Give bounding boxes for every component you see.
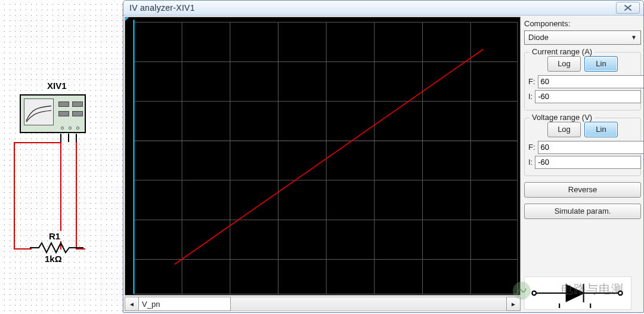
axis-variable-label: V_pn — [142, 300, 160, 309]
iv-analyzer-component[interactable] — [20, 94, 86, 133]
iv-plot-canvas — [125, 17, 520, 295]
reverse-button[interactable]: Reverse — [524, 182, 641, 198]
nav-next-button[interactable]: ► — [506, 297, 521, 311]
components-label: Components: — [524, 19, 641, 28]
window-title: IV analyzer-XIV1 — [129, 3, 616, 13]
voltage-lin-button[interactable]: Lin — [584, 122, 618, 137]
instrument-pin[interactable] — [69, 127, 72, 130]
current-log-button[interactable]: Log — [547, 56, 581, 72]
close-icon — [624, 4, 632, 11]
instrument-slot — [58, 111, 69, 116]
axis-navigator: ◄ V_pn ► — [125, 297, 521, 311]
chevron-down-icon: ▼ — [631, 34, 637, 41]
instrument-mini-screen — [24, 98, 54, 125]
current-range-group: Current range (A) Log Lin F: mA I: mA — [524, 52, 641, 110]
svg-rect-0 — [125, 17, 520, 295]
schematic-canvas: XIV1 R1 1kΩ — [0, 0, 123, 314]
resistor-symbol[interactable] — [30, 241, 83, 254]
voltage-i-input[interactable] — [535, 156, 641, 169]
triangle-right-icon: ► — [510, 301, 516, 307]
instrument-pin[interactable] — [76, 127, 79, 130]
instrument-refdes: XIV1 — [46, 81, 68, 91]
instrument-slot — [72, 101, 83, 107]
iv-analyzer-window: IV analyzer-XIV1 — [123, 0, 644, 313]
close-button[interactable] — [616, 2, 640, 14]
voltage-i-label: I: — [528, 158, 532, 167]
components-select-value: Diode — [528, 33, 549, 42]
component-symbol-preview — [524, 224, 641, 310]
instrument-pin[interactable] — [61, 127, 64, 130]
instrument-slot — [72, 111, 83, 116]
axis-variable-display[interactable]: V_pn — [139, 297, 231, 311]
current-f-input[interactable] — [538, 75, 644, 88]
iv-plot[interactable] — [125, 17, 521, 295]
voltage-range-group: Voltage range (V) Log Lin F: V I: V — [524, 118, 641, 176]
current-i-input[interactable] — [535, 90, 641, 103]
voltage-range-title: Voltage range (V) — [530, 113, 595, 122]
svg-point-24 — [618, 291, 623, 295]
control-panel: Components: Diode ▼ Current range (A) Lo… — [523, 17, 642, 311]
components-select[interactable]: Diode ▼ — [524, 30, 641, 45]
triangle-left-icon: ◄ — [129, 301, 135, 307]
current-f-label: F: — [528, 77, 535, 86]
voltage-f-input[interactable] — [538, 141, 644, 154]
current-i-label: I: — [528, 92, 532, 101]
nav-prev-button[interactable]: ◄ — [125, 297, 139, 311]
current-range-title: Current range (A) — [530, 47, 595, 56]
simulate-param-button[interactable]: Simulate param. — [524, 204, 641, 219]
resistor-refdes: R1 — [48, 231, 61, 241]
svg-point-23 — [532, 291, 536, 295]
instrument-slot — [58, 101, 69, 107]
resistor-value: 1kΩ — [44, 254, 63, 264]
nav-spacer — [231, 297, 506, 311]
current-lin-button[interactable]: Lin — [584, 56, 618, 72]
title-bar[interactable]: IV analyzer-XIV1 — [123, 1, 643, 16]
voltage-f-label: F: — [528, 143, 535, 152]
voltage-log-button[interactable]: Log — [547, 122, 581, 137]
